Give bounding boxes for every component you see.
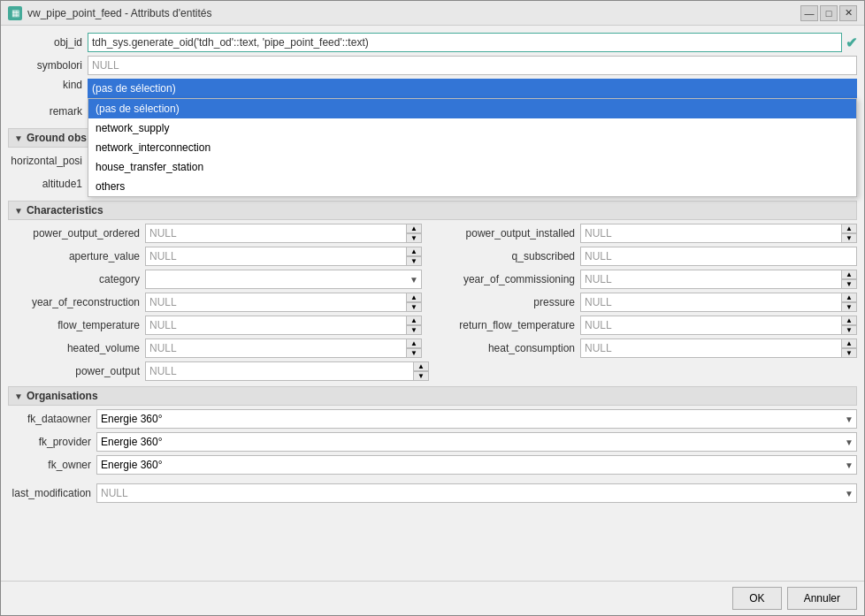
power-output-last-group: power_output ▲ ▼ <box>8 361 429 381</box>
kind-label: kind <box>8 79 88 91</box>
heated-heat-row: heated_volume ▲ ▼ heat_consumption ▲ ▼ <box>8 338 857 358</box>
fk-provider-select[interactable]: Energie 360° <box>96 432 857 452</box>
last-modification-select[interactable]: NULL <box>96 483 857 503</box>
kind-input[interactable] <box>88 79 857 98</box>
last-modification-label: last_modification <box>8 487 96 499</box>
pressure-input[interactable] <box>580 293 857 312</box>
power-output-last-row: power_output ▲ ▼ <box>8 361 857 381</box>
flow-temperature-group: flow_temperature ▲ ▼ <box>8 316 422 335</box>
return-flow-temperature-group: return_flow_temperature ▲ ▼ <box>443 316 857 335</box>
power-output-installed-down[interactable]: ▼ <box>841 233 857 243</box>
checkmark-icon: ✔ <box>846 34 857 51</box>
maximize-button[interactable]: □ <box>820 5 838 21</box>
title-bar-left: ▦ vw_pipe_point_feed - Attributs d'entit… <box>8 6 211 20</box>
year-of-reconstruction-input[interactable] <box>145 293 422 312</box>
aperture-value-down[interactable]: ▼ <box>406 256 422 266</box>
flow-temperature-up[interactable]: ▲ <box>406 316 422 325</box>
power-output-installed-spinner: ▲ ▼ <box>841 224 857 243</box>
heat-consumption-spinner: ▲ ▼ <box>841 338 857 358</box>
organisations-header[interactable]: ▼ Organisations <box>8 386 857 406</box>
heat-consumption-up[interactable]: ▲ <box>841 338 857 348</box>
category-select[interactable] <box>145 270 422 289</box>
power-output-installed-up[interactable]: ▲ <box>841 224 857 233</box>
heated-volume-up[interactable]: ▲ <box>406 338 422 348</box>
q-subscribed-group: q_subscribed <box>443 247 857 266</box>
power-output-last-down[interactable]: ▼ <box>413 371 429 381</box>
power-output-last-wrapper: ▲ ▼ <box>145 361 429 381</box>
fk-owner-label: fk_owner <box>8 459 96 471</box>
heated-volume-input[interactable] <box>145 338 422 358</box>
return-flow-temperature-up[interactable]: ▲ <box>841 316 857 325</box>
q-subscribed-input[interactable] <box>580 247 857 266</box>
kind-option-network-interconnection[interactable]: network_interconnection <box>88 138 856 157</box>
kind-option-house-transfer-station[interactable]: house_transfer_station <box>88 157 856 177</box>
characteristics-title: Characteristics <box>27 204 103 217</box>
obj-id-input[interactable] <box>88 33 842 52</box>
year-of-commissioning-wrapper: ▲ ▼ <box>580 270 857 289</box>
pressure-down[interactable]: ▼ <box>841 302 857 312</box>
q-subscribed-label: q_subscribed <box>443 250 580 262</box>
category-year-row: category ▼ year_of_commissioning ▲ ▼ <box>8 270 857 289</box>
cancel-button[interactable]: Annuler <box>787 587 857 610</box>
kind-row: kind (pas de sélection) network_supply n… <box>8 79 857 98</box>
return-flow-temperature-down[interactable]: ▼ <box>841 325 857 335</box>
year-of-reconstruction-up[interactable]: ▲ <box>406 293 422 302</box>
aperture-value-up[interactable]: ▲ <box>406 247 422 256</box>
year-of-commissioning-up[interactable]: ▲ <box>841 270 857 279</box>
fk-dataowner-label: fk_dataowner <box>8 413 96 425</box>
title-bar: ▦ vw_pipe_point_feed - Attributs d'entit… <box>1 1 864 26</box>
fk-owner-select[interactable]: Energie 360° <box>96 455 857 475</box>
power-output-ordered-up[interactable]: ▲ <box>406 224 422 233</box>
year-pressure-row: year_of_reconstruction ▲ ▼ pressure ▲ ▼ <box>8 293 857 312</box>
kind-dropdown-list: (pas de sélection) network_supply networ… <box>88 98 857 197</box>
characteristics-header[interactable]: ▼ Characteristics <box>8 201 857 220</box>
symbolori-input[interactable] <box>88 56 857 75</box>
fk-dataowner-select[interactable]: Energie 360° <box>96 409 857 429</box>
kind-dropdown-wrapper: (pas de sélection) network_supply networ… <box>88 79 857 98</box>
pressure-group: pressure ▲ ▼ <box>443 293 857 312</box>
pressure-up[interactable]: ▲ <box>841 293 857 302</box>
power-output-ordered-wrapper: ▲ ▼ <box>145 224 422 243</box>
kind-option-pas-de-selection[interactable]: (pas de sélection) <box>88 99 856 118</box>
kind-option-network-supply[interactable]: network_supply <box>88 118 856 138</box>
heated-volume-down[interactable]: ▼ <box>406 348 422 358</box>
heated-volume-spinner: ▲ ▼ <box>406 338 422 358</box>
aperture-value-group: aperture_value ▲ ▼ <box>8 247 422 266</box>
symbolori-row: symbolori <box>8 56 857 75</box>
return-flow-temperature-input[interactable] <box>580 316 857 335</box>
aperture-value-spinner: ▲ ▼ <box>406 247 422 266</box>
year-of-commissioning-down[interactable]: ▼ <box>841 279 857 289</box>
year-of-commissioning-input[interactable] <box>580 270 857 289</box>
year-of-commissioning-label: year_of_commissioning <box>443 273 580 285</box>
obj-id-row: obj_id ✔ <box>8 33 857 52</box>
kind-option-others[interactable]: others <box>88 177 856 196</box>
close-button[interactable]: ✕ <box>839 5 857 21</box>
flow-temperature-label: flow_temperature <box>8 319 145 331</box>
return-flow-temperature-spinner: ▲ ▼ <box>841 316 857 335</box>
year-of-reconstruction-down[interactable]: ▼ <box>406 302 422 312</box>
fk-dataowner-row: fk_dataowner Energie 360° ▼ <box>8 409 857 429</box>
category-dropdown-wrapper: ▼ <box>145 270 422 289</box>
heat-consumption-input[interactable] <box>580 338 857 358</box>
fk-owner-dropdown-wrapper: Energie 360° ▼ <box>96 455 857 475</box>
altitude1-label: altitude1 <box>8 178 88 190</box>
ok-button[interactable]: OK <box>732 587 781 610</box>
symbolori-label: symbolori <box>8 59 88 72</box>
ground-obs-title: Ground obs <box>27 132 87 144</box>
aperture-value-input[interactable] <box>145 247 422 266</box>
characteristics-toggle: ▼ <box>14 206 23 216</box>
obj-id-label: obj_id <box>8 36 88 49</box>
power-output-installed-input[interactable] <box>580 224 857 243</box>
category-label: category <box>8 273 145 285</box>
heat-consumption-down[interactable]: ▼ <box>841 348 857 358</box>
minimize-button[interactable]: — <box>800 5 818 21</box>
power-output-last-up[interactable]: ▲ <box>413 361 429 371</box>
power-output-ordered-input[interactable] <box>145 224 422 243</box>
flow-temperature-down[interactable]: ▼ <box>406 325 422 335</box>
flow-temperature-input[interactable] <box>145 316 422 335</box>
aperture-q-row: aperture_value ▲ ▼ q_subscribed <box>8 247 857 266</box>
heat-consumption-group: heat_consumption ▲ ▼ <box>443 338 857 358</box>
flow-return-row: flow_temperature ▲ ▼ return_flow_tempera… <box>8 316 857 335</box>
power-output-last-input[interactable] <box>145 361 429 381</box>
power-output-ordered-down[interactable]: ▼ <box>406 233 422 243</box>
